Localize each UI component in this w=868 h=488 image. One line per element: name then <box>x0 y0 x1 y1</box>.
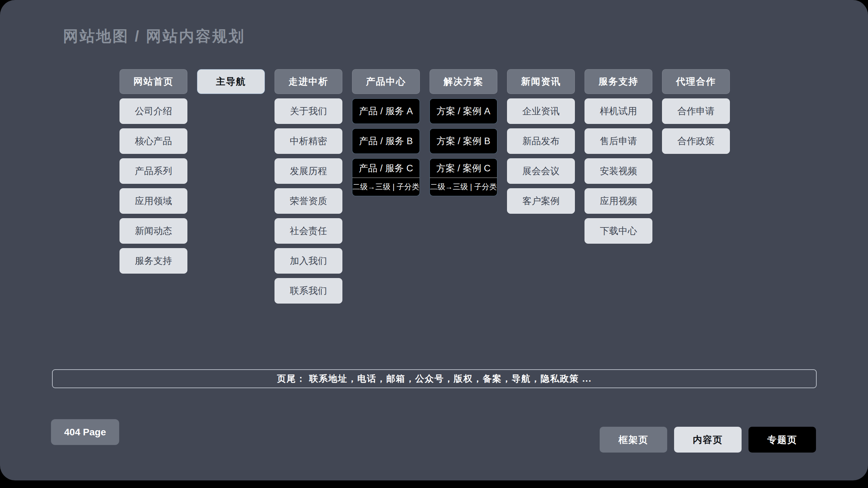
sitemap-node[interactable]: 合作政策 <box>662 128 730 154</box>
sitemap-column: 解决方案方案 / 案例 A方案 / 案例 B方案 / 案例 C二级→三级 | 子… <box>430 69 497 304</box>
sitemap-column: 服务支持样机试用售后申请安装视频应用视频下载中心 <box>585 69 652 304</box>
sitemap-node[interactable]: 展会会议 <box>507 158 575 184</box>
column-header-node[interactable]: 代理合作 <box>662 69 730 94</box>
sitemap-node[interactable]: 方案 / 案例 B <box>430 128 497 154</box>
legend-frame-page-button[interactable]: 框架页 <box>600 427 667 453</box>
page-404-node[interactable]: 404 Page <box>51 419 119 445</box>
sitemap-node[interactable]: 应用领域 <box>120 188 187 214</box>
sitemap-columns: 网站首页公司介绍核心产品产品系列应用领域新闻动态服务支持主导航走进中析关于我们中… <box>120 69 730 304</box>
sitemap-node[interactable]: 下载中心 <box>585 218 652 244</box>
sitemap-column: 新闻资讯企业资讯新品发布展会会议客户案例 <box>507 69 575 304</box>
footer-label: 页尾： 联系地址，电话，邮箱，公众号，版权，备案，导航，隐私政策 ... <box>277 373 592 385</box>
sitemap-node[interactable]: 中析精密 <box>275 128 342 154</box>
sitemap-node[interactable]: 安装视频 <box>585 158 652 184</box>
column-header-node[interactable]: 新闻资讯 <box>507 69 575 94</box>
node-main-label: 方案 / 案例 C <box>430 159 497 178</box>
page-type-legend: 框架页 内容页 专题页 <box>600 427 816 453</box>
sitemap-node[interactable]: 产品系列 <box>120 158 187 184</box>
sitemap-node[interactable]: 样机试用 <box>585 98 652 124</box>
sitemap-node[interactable]: 产品 / 服务 A <box>352 98 420 124</box>
sitemap-node[interactable]: 方案 / 案例 C二级→三级 | 子分类 <box>430 158 497 196</box>
sitemap-node[interactable]: 社会责任 <box>275 218 342 244</box>
sitemap-node[interactable]: 产品 / 服务 C二级→三级 | 子分类 <box>352 158 420 196</box>
sitemap-node[interactable]: 发展历程 <box>275 158 342 184</box>
sitemap-canvas: 网站地图 / 网站内容规划 网站首页公司介绍核心产品产品系列应用领域新闻动态服务… <box>0 0 868 480</box>
column-header-node[interactable]: 解决方案 <box>430 69 497 94</box>
legend-content-page-button[interactable]: 内容页 <box>674 427 742 453</box>
sitemap-node[interactable]: 荣誉资质 <box>275 188 342 214</box>
node-main-label: 产品 / 服务 C <box>352 159 420 178</box>
column-header-node[interactable]: 服务支持 <box>585 69 652 94</box>
sitemap-node[interactable]: 企业资讯 <box>507 98 575 124</box>
node-sub-label: 二级→三级 | 子分类 <box>352 178 420 196</box>
sitemap-column: 代理合作合作申请合作政策 <box>662 69 730 304</box>
sitemap-node[interactable]: 核心产品 <box>120 128 187 154</box>
sitemap-node[interactable]: 产品 / 服务 B <box>352 128 420 154</box>
legend-topic-page-button[interactable]: 专题页 <box>748 427 816 453</box>
sitemap-node[interactable]: 售后申请 <box>585 128 652 154</box>
sitemap-node[interactable]: 新品发布 <box>507 128 575 154</box>
sitemap-column: 走进中析关于我们中析精密发展历程荣誉资质社会责任加入我们联系我们 <box>275 69 342 304</box>
sitemap-node[interactable]: 客户案例 <box>507 188 575 214</box>
page-title: 网站地图 / 网站内容规划 <box>63 26 245 46</box>
column-header-node[interactable]: 走进中析 <box>275 69 342 94</box>
column-header-node[interactable]: 网站首页 <box>120 69 187 94</box>
sitemap-node[interactable]: 加入我们 <box>275 248 342 274</box>
sitemap-node[interactable]: 应用视频 <box>585 188 652 214</box>
sitemap-node[interactable]: 公司介绍 <box>120 98 187 124</box>
footer-node[interactable]: 页尾： 联系地址，电话，邮箱，公众号，版权，备案，导航，隐私政策 ... <box>52 369 817 388</box>
sitemap-node[interactable]: 服务支持 <box>120 248 187 274</box>
column-header-node[interactable]: 主导航 <box>197 69 265 94</box>
sitemap-column: 网站首页公司介绍核心产品产品系列应用领域新闻动态服务支持 <box>120 69 187 304</box>
sitemap-node[interactable]: 联系我们 <box>275 278 342 304</box>
sitemap-node[interactable]: 关于我们 <box>275 98 342 124</box>
sitemap-column: 主导航 <box>197 69 265 304</box>
node-sub-label: 二级→三级 | 子分类 <box>430 178 497 196</box>
sitemap-node[interactable]: 新闻动态 <box>120 218 187 244</box>
sitemap-node[interactable]: 合作申请 <box>662 98 730 124</box>
sitemap-column: 产品中心产品 / 服务 A产品 / 服务 B产品 / 服务 C二级→三级 | 子… <box>352 69 420 304</box>
column-header-node[interactable]: 产品中心 <box>352 69 420 94</box>
sitemap-node[interactable]: 方案 / 案例 A <box>430 98 497 124</box>
